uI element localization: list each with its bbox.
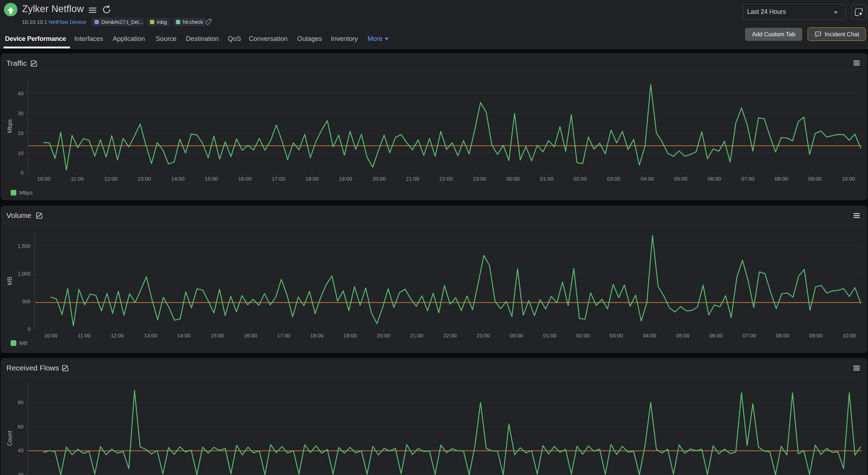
- svg-text:18:00: 18:00: [310, 332, 324, 338]
- svg-text:10:00: 10:00: [37, 176, 50, 182]
- svg-text:01:00: 01:00: [540, 176, 553, 182]
- svg-text:05:00: 05:00: [674, 176, 688, 182]
- svg-text:13:00: 13:00: [144, 332, 157, 338]
- svg-text:17:00: 17:00: [272, 176, 285, 182]
- svg-text:00:00: 00:00: [507, 176, 520, 182]
- svg-text:23:00: 23:00: [477, 332, 490, 338]
- svg-text:16:00: 16:00: [244, 332, 257, 338]
- svg-text:20: 20: [18, 130, 23, 136]
- svg-text:16:00: 16:00: [238, 176, 252, 182]
- svg-text:18:00: 18:00: [305, 176, 319, 182]
- svg-text:11:00: 11:00: [71, 176, 84, 182]
- svg-text:22:00: 22:00: [439, 176, 453, 182]
- svg-text:10: 10: [18, 150, 23, 156]
- svg-text:40: 40: [18, 448, 23, 453]
- svg-text:01:00: 01:00: [543, 332, 557, 338]
- svg-text:11:00: 11:00: [77, 332, 90, 338]
- svg-text:03:00: 03:00: [607, 176, 621, 182]
- svg-text:21:00: 21:00: [410, 332, 424, 338]
- svg-text:12:00: 12:00: [111, 332, 124, 338]
- svg-text:1,000: 1,000: [18, 271, 31, 277]
- svg-text:17:00: 17:00: [277, 332, 290, 338]
- svg-text:19:00: 19:00: [339, 176, 352, 182]
- svg-text:15:00: 15:00: [205, 176, 218, 182]
- svg-text:02:00: 02:00: [574, 176, 587, 182]
- svg-text:1,500: 1,500: [18, 243, 31, 249]
- svg-text:14:00: 14:00: [177, 332, 191, 338]
- svg-text:03:00: 03:00: [610, 332, 623, 338]
- svg-text:Mbps: Mbps: [7, 119, 13, 133]
- svg-text:05:00: 05:00: [676, 332, 690, 338]
- svg-text:21:00: 21:00: [406, 176, 419, 182]
- svg-text:15:00: 15:00: [210, 332, 224, 338]
- svg-text:06:00: 06:00: [709, 332, 723, 338]
- svg-text:08:00: 08:00: [775, 176, 788, 182]
- svg-text:07:00: 07:00: [741, 176, 755, 182]
- svg-text:Mbps: Mbps: [19, 190, 33, 196]
- svg-text:14:00: 14:00: [171, 176, 185, 182]
- svg-text:20:00: 20:00: [377, 332, 390, 338]
- svg-text:23:00: 23:00: [473, 176, 487, 182]
- svg-text:19:00: 19:00: [343, 332, 357, 338]
- svg-text:80: 80: [18, 400, 23, 405]
- svg-text:09:00: 09:00: [808, 176, 822, 182]
- svg-text:40: 40: [18, 91, 23, 96]
- svg-text:Count: Count: [7, 431, 13, 446]
- svg-text:0: 0: [28, 326, 31, 332]
- svg-text:08:00: 08:00: [776, 332, 789, 338]
- svg-text:10:00: 10:00: [44, 332, 58, 338]
- svg-text:02:00: 02:00: [577, 332, 590, 338]
- svg-text:MB: MB: [19, 340, 27, 346]
- svg-text:06:00: 06:00: [708, 176, 721, 182]
- svg-text:0: 0: [21, 170, 23, 176]
- svg-text:MB: MB: [7, 277, 13, 285]
- svg-text:00:00: 00:00: [510, 332, 523, 338]
- svg-text:20: 20: [18, 472, 23, 475]
- svg-text:07:00: 07:00: [743, 332, 756, 338]
- svg-text:04:00: 04:00: [643, 332, 657, 338]
- svg-text:04:00: 04:00: [641, 176, 654, 182]
- svg-text:09:00: 09:00: [809, 332, 823, 338]
- svg-text:22:00: 22:00: [443, 332, 457, 338]
- svg-text:500: 500: [22, 299, 31, 304]
- svg-text:60: 60: [18, 424, 23, 429]
- svg-text:13:00: 13:00: [138, 176, 151, 182]
- svg-text:10:00: 10:00: [842, 332, 856, 338]
- svg-text:10:00: 10:00: [842, 176, 855, 182]
- svg-text:20:00: 20:00: [373, 176, 386, 182]
- svg-text:30: 30: [18, 111, 23, 116]
- svg-text:12:00: 12:00: [104, 176, 118, 182]
